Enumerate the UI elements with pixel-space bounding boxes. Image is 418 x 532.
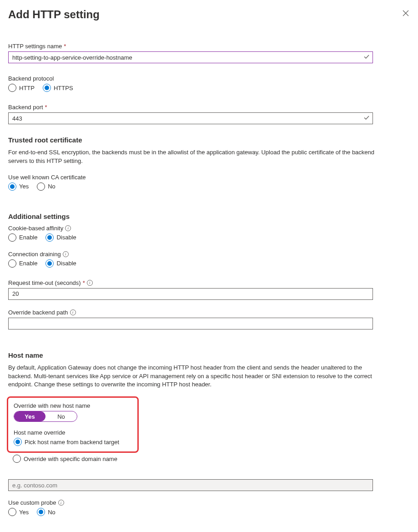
additional-settings-heading: Additional settings <box>8 213 410 220</box>
trusted-root-heading: Trusted root certificate <box>8 136 410 144</box>
specific-domain-input <box>8 479 373 491</box>
ca-no-radio[interactable]: No <box>37 182 55 191</box>
backend-protocol-label: Backend protocol <box>8 75 410 82</box>
page-title: Add HTTP setting <box>8 8 100 21</box>
host-name-override-highlight: Override with new host name Yes No Host … <box>7 396 139 453</box>
request-timeout-label: Request time-out (seconds) * i <box>8 279 410 286</box>
draining-enable-radio[interactable]: Enable <box>8 259 37 268</box>
request-timeout-input[interactable] <box>8 288 373 300</box>
override-new-host-name-label: Override with new host name <box>14 402 132 409</box>
connection-draining-label: Connection draining i <box>8 251 410 258</box>
override-backend-path-label: Override backend path i <box>8 309 410 316</box>
cookie-disable-radio[interactable]: Disable <box>45 233 76 242</box>
cookie-affinity-label: Cookie-based affinity i <box>8 225 410 232</box>
host-name-heading: Host name <box>8 351 410 359</box>
info-icon[interactable]: i <box>87 280 93 286</box>
host-name-description: By default, Application Gateway does not… <box>8 364 381 390</box>
pick-host-from-backend-radio[interactable]: Pick host name from backend target <box>14 438 132 446</box>
host-name-override-label: Host name override <box>14 429 132 436</box>
use-well-known-ca-label: Use well known CA certificate <box>8 174 410 181</box>
trusted-root-description: For end-to-end SSL encryption, the backe… <box>8 148 381 166</box>
info-icon[interactable]: i <box>70 309 76 315</box>
override-yes-option[interactable]: Yes <box>14 411 45 421</box>
draining-disable-radio[interactable]: Disable <box>45 259 76 268</box>
ca-yes-radio[interactable]: Yes <box>8 182 29 191</box>
override-specific-domain-radio[interactable]: Override with specific domain name <box>13 455 410 463</box>
backend-protocol-http-radio[interactable]: HTTP <box>8 84 35 92</box>
info-icon[interactable]: i <box>65 225 71 231</box>
backend-port-label: Backend port * <box>8 104 410 111</box>
backend-port-input[interactable] <box>8 112 373 124</box>
override-new-host-name-toggle[interactable]: Yes No <box>14 411 77 422</box>
custom-probe-no-radio[interactable]: No <box>37 508 55 516</box>
override-backend-path-input[interactable] <box>8 318 373 329</box>
http-settings-name-input[interactable] <box>8 51 373 63</box>
custom-probe-yes-radio[interactable]: Yes <box>8 508 29 516</box>
use-custom-probe-label: Use custom probe i <box>8 499 410 506</box>
info-icon[interactable]: i <box>58 500 64 506</box>
close-icon[interactable] <box>403 8 410 15</box>
backend-protocol-https-radio[interactable]: HTTPS <box>43 84 73 92</box>
http-settings-name-label: HTTP settings name * <box>8 43 410 50</box>
cookie-enable-radio[interactable]: Enable <box>8 233 37 242</box>
info-icon[interactable]: i <box>63 251 69 257</box>
override-no-option[interactable]: No <box>45 411 77 421</box>
